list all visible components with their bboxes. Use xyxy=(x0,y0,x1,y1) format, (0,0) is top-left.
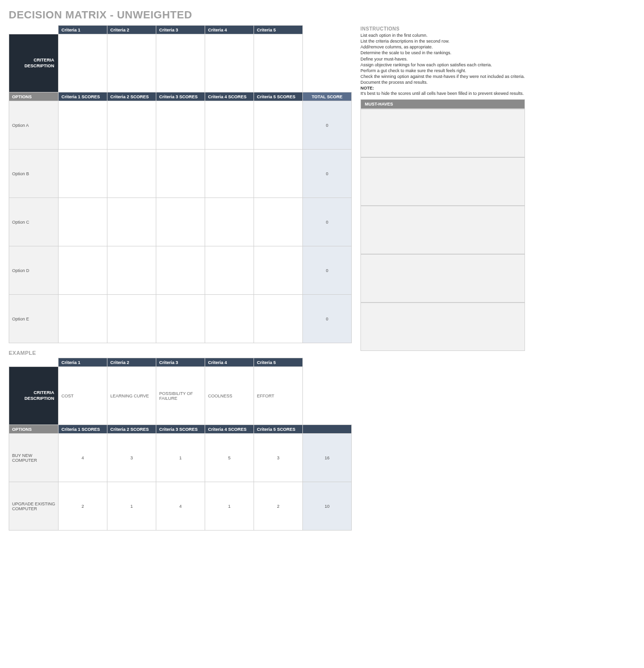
must-haves-header: MUST-HAVES xyxy=(360,99,525,109)
instruction-line: Add/remove columns, as appropriate. xyxy=(360,44,525,50)
example-label: EXAMPLE xyxy=(9,350,352,356)
total-score-cell: 0 xyxy=(303,246,352,295)
score-value: 4 xyxy=(59,434,107,482)
criteria-description-input[interactable] xyxy=(107,34,156,92)
option-name-value: UPGRADE EXISTING COMPUTER xyxy=(9,482,59,531)
score-input[interactable] xyxy=(205,198,254,246)
instruction-note-label: NOTE: xyxy=(360,86,525,91)
must-have-input[interactable] xyxy=(360,254,525,303)
scores-header: Criteria 3 SCORES xyxy=(156,92,205,101)
score-input[interactable] xyxy=(107,198,156,246)
score-input[interactable] xyxy=(254,101,303,150)
score-input[interactable] xyxy=(254,198,303,246)
option-name-input[interactable]: Option A xyxy=(9,101,59,150)
scores-header: Criteria 5 SCORES xyxy=(254,92,303,101)
score-input[interactable] xyxy=(254,150,303,198)
total-score-cell: 16 xyxy=(303,434,352,482)
total-score-header: TOTAL SCORE xyxy=(303,92,352,101)
score-value: 5 xyxy=(205,434,254,482)
criteria-description-input[interactable] xyxy=(59,34,107,92)
criteria-description-label: CRITERIA DESCRIPTION xyxy=(9,367,59,425)
score-input[interactable] xyxy=(107,150,156,198)
instruction-line: Check the winning option against the mus… xyxy=(360,74,525,79)
criteria-description-input[interactable] xyxy=(156,34,205,92)
score-input[interactable] xyxy=(156,150,205,198)
score-value: 3 xyxy=(107,434,156,482)
score-input[interactable] xyxy=(59,246,107,295)
score-input[interactable] xyxy=(254,246,303,295)
criteria-header: Criteria 2 xyxy=(107,358,156,367)
option-row: BUY NEW COMPUTER 4 3 1 5 3 16 xyxy=(9,434,352,482)
score-input[interactable] xyxy=(205,246,254,295)
instructions-title: INSTRUCTIONS xyxy=(360,26,525,31)
score-input[interactable] xyxy=(156,198,205,246)
score-input[interactable] xyxy=(59,101,107,150)
scores-header: Criteria 2 SCORES xyxy=(107,425,156,434)
instruction-line: Assign objective rankings for how each o… xyxy=(360,62,525,68)
example-matrix-table: Criteria 1 Criteria 2 Criteria 3 Criteri… xyxy=(9,358,352,531)
instruction-line: Perform a gut check to make sure the res… xyxy=(360,68,525,74)
score-input[interactable] xyxy=(205,150,254,198)
criteria-description-input[interactable] xyxy=(254,34,303,92)
corner-blank xyxy=(303,26,352,34)
total-score-cell: 0 xyxy=(303,198,352,246)
decision-matrix-table: Criteria 1 Criteria 2 Criteria 3 Criteri… xyxy=(9,25,352,343)
scores-header: Criteria 4 SCORES xyxy=(205,92,254,101)
score-value: 3 xyxy=(254,434,303,482)
corner-blank xyxy=(9,358,59,367)
total-score-cell: 0 xyxy=(303,295,352,343)
total-score-cell: 0 xyxy=(303,150,352,198)
score-input[interactable] xyxy=(156,295,205,343)
option-row: Option C 0 xyxy=(9,198,352,246)
score-input[interactable] xyxy=(107,101,156,150)
criteria-header: Criteria 5 xyxy=(254,26,303,34)
scores-header: Criteria 4 SCORES xyxy=(205,425,254,434)
instruction-line: List the criteria descriptions in the se… xyxy=(360,38,525,44)
must-have-input[interactable] xyxy=(360,206,525,254)
instruction-line: Determine the scale to be used in the ra… xyxy=(360,50,525,56)
options-header: OPTIONS xyxy=(9,92,59,101)
option-name-input[interactable]: Option C xyxy=(9,198,59,246)
criteria-header: Criteria 4 xyxy=(205,358,254,367)
option-row: Option B 0 xyxy=(9,150,352,198)
option-name-input[interactable]: Option D xyxy=(9,246,59,295)
criteria-description-value: POSSIBILITY OF FAILURE xyxy=(156,367,205,425)
corner-blank xyxy=(303,358,352,367)
score-input[interactable] xyxy=(205,101,254,150)
criteria-description-value: LEARNING CURVE xyxy=(107,367,156,425)
option-name-input[interactable]: Option B xyxy=(9,150,59,198)
score-input[interactable] xyxy=(59,198,107,246)
must-have-input[interactable] xyxy=(360,109,525,157)
option-row: UPGRADE EXISTING COMPUTER 2 1 4 1 2 10 xyxy=(9,482,352,531)
criteria-header: Criteria 3 xyxy=(156,358,205,367)
score-input[interactable] xyxy=(107,246,156,295)
criteria-description-input[interactable] xyxy=(205,34,254,92)
score-input[interactable] xyxy=(59,150,107,198)
score-input[interactable] xyxy=(59,295,107,343)
option-name-input[interactable]: Option E xyxy=(9,295,59,343)
criteria-header: Criteria 2 xyxy=(107,26,156,34)
instruction-line: Define your must-haves. xyxy=(360,56,525,62)
page-title: DECISION MATRIX - UNWEIGHTED xyxy=(9,9,635,21)
scores-header: Criteria 5 SCORES xyxy=(254,425,303,434)
score-input[interactable] xyxy=(156,246,205,295)
instruction-line: List each option in the first column. xyxy=(360,32,525,38)
score-value: 2 xyxy=(59,482,107,531)
option-name-value: BUY NEW COMPUTER xyxy=(9,434,59,482)
must-have-input[interactable] xyxy=(360,303,525,351)
criteria-description-label: CRITERIA DESCRIPTION xyxy=(9,34,59,92)
must-have-input[interactable] xyxy=(360,157,525,206)
score-value: 1 xyxy=(205,482,254,531)
score-input[interactable] xyxy=(107,295,156,343)
total-score-header xyxy=(303,425,352,434)
score-input[interactable] xyxy=(205,295,254,343)
criteria-description-value: COST xyxy=(59,367,107,425)
options-header: OPTIONS xyxy=(9,425,59,434)
scores-header: Criteria 1 SCORES xyxy=(59,92,107,101)
score-input[interactable] xyxy=(156,101,205,150)
score-value: 1 xyxy=(107,482,156,531)
score-input[interactable] xyxy=(254,295,303,343)
option-row: Option E 0 xyxy=(9,295,352,343)
criteria-header: Criteria 5 xyxy=(254,358,303,367)
option-row: Option A 0 xyxy=(9,101,352,150)
